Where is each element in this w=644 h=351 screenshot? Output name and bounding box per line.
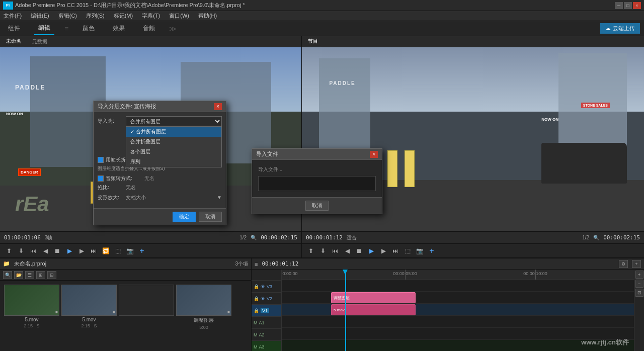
r-btn-play[interactable]: ▶ (366, 246, 376, 256)
v1-active-badge[interactable]: V1 (261, 308, 269, 313)
v3-track (282, 280, 634, 292)
track-v3-label: 🔒 👁 V3 (252, 281, 281, 293)
btn-play[interactable]: ▶ (64, 246, 74, 256)
playhead[interactable] (345, 270, 346, 351)
maximize-button[interactable]: □ (624, 2, 632, 9)
checkbox-audio[interactable] (98, 176, 104, 182)
btn-prev-clip[interactable]: ⏮ (28, 246, 38, 256)
opt-vis-sequence[interactable]: 序列 (126, 157, 221, 167)
import-as-select[interactable]: 合并所有图层 合并折叠图层 各个图层 序列 (126, 116, 222, 126)
timeline-zoom-out[interactable]: − (635, 280, 643, 288)
track-a3-label: M A3 (252, 341, 281, 351)
menu-marker[interactable]: 标记(M) (112, 12, 135, 20)
proj-new-folder[interactable]: 📂 (14, 271, 23, 279)
proj-list-view[interactable]: ☰ (25, 271, 34, 279)
timeline-panel: ≡ 00:00:01:12 ⚙ + 🔒 👁 V3 🔒 👁 V2 (252, 258, 644, 351)
menu-title[interactable]: 字幕(T) (140, 12, 162, 20)
v2-eye[interactable]: 👁 (261, 296, 265, 301)
btn-step-back[interactable]: ◀ (40, 246, 50, 256)
menu-window[interactable]: 窗口(W) (168, 12, 191, 20)
btn-stop[interactable]: ⏹ (52, 246, 62, 256)
a2-toggle[interactable]: M (254, 332, 258, 337)
import-as-label: 导入为: (98, 118, 123, 125)
btn-add[interactable]: + (137, 246, 147, 256)
clip-adjust-layer[interactable]: 调整图层 (331, 292, 416, 303)
btn-mark-in[interactable]: ⬆ (4, 246, 14, 256)
r-btn-add[interactable]: + (427, 246, 437, 256)
tab-editing[interactable]: 编辑 (34, 22, 54, 35)
v3-eye[interactable]: 👁 (261, 284, 265, 289)
proj-search-btn[interactable]: 🔍 (3, 271, 12, 279)
r-btn-mark-out[interactable]: ⬇ (318, 246, 328, 256)
right-timecode-info: 适合 (347, 234, 357, 241)
timeline-ruler: 00:00:00 00:00:05:00 00:00:10:00 (282, 270, 634, 280)
r-btn-step-back[interactable]: ◀ (342, 246, 352, 256)
import-file-area[interactable] (258, 176, 376, 191)
proj-freeform-view[interactable]: ⊟ (47, 271, 56, 279)
tab-metadata[interactable]: 元数据 (29, 37, 50, 46)
tab-effects[interactable]: 效果 (109, 22, 129, 35)
btn-safe-margin[interactable]: ⬚ (113, 246, 123, 256)
r-btn-export[interactable]: 📷 (415, 246, 425, 256)
thumb-3 (119, 285, 174, 316)
tab-color[interactable]: 颜色 (78, 22, 99, 35)
tab-source[interactable]: 未命名 (3, 37, 24, 46)
r-btn-step-fwd[interactable]: ▶ (378, 246, 388, 256)
a3-toggle[interactable]: M (254, 344, 258, 349)
tab-audio[interactable]: 音频 (139, 22, 159, 35)
menu-help[interactable]: 帮助(H) (197, 12, 218, 20)
now-sign-left: NOW ON (6, 112, 23, 116)
timeline-add-track-btn[interactable]: + (632, 260, 641, 268)
tab-program[interactable]: 节目 (305, 37, 321, 46)
close-button[interactable]: × (633, 2, 641, 9)
a2-name: A2 (259, 332, 265, 337)
dialog-file-close[interactable]: × (370, 151, 378, 158)
r-btn-safe[interactable]: ⬚ (403, 246, 413, 256)
menu-clip[interactable]: 剪辑(C) (57, 12, 78, 20)
media-item-3[interactable] (119, 285, 174, 330)
dialog-ok-btn[interactable]: 确定 (173, 212, 196, 222)
timeline-timecode[interactable]: 00:00:01:12 (262, 260, 298, 267)
left-fit: 1/2 (239, 235, 247, 240)
menu-edit[interactable]: 编辑(E) (29, 12, 51, 20)
v2-toggle[interactable]: 🔒 (254, 296, 259, 301)
dialog-layer-close[interactable]: × (214, 103, 222, 110)
dialog-cancel-btn[interactable]: 取消 (199, 212, 222, 222)
a1-toggle[interactable]: M (254, 320, 258, 325)
r-btn-next-clip[interactable]: ⏭ (390, 246, 400, 256)
proj-icon-view[interactable]: ⊞ (36, 271, 45, 279)
timeline-header: ≡ 00:00:01:12 ⚙ + (252, 258, 644, 270)
timeline-fit-btn[interactable]: ⊡ (635, 289, 643, 297)
clip-5mov[interactable]: 5.mov (331, 304, 416, 315)
opt-vis-merge-collapsed[interactable]: 合并折叠图层 (126, 137, 221, 147)
ratio-value: 无名 (126, 184, 136, 191)
btn-step-fwd[interactable]: ▶ (76, 246, 87, 256)
v3-toggle[interactable]: 🔒 (254, 284, 259, 289)
btn-loop[interactable]: 🔁 (101, 246, 111, 256)
dialog-file-cancel-btn[interactable]: 取消 (305, 201, 329, 211)
timeline-settings-btn[interactable]: ⚙ (619, 260, 628, 268)
workbench-button[interactable]: ☁ 云端上传 (600, 23, 640, 34)
timeline-zoom-in[interactable]: + (635, 271, 643, 279)
media-item-2[interactable]: ■ 5.mov 2:15 S (61, 285, 117, 330)
transform-arrow[interactable]: ▼ (217, 195, 222, 200)
r-btn-prev-clip[interactable]: ⏮ (330, 246, 340, 256)
app-logo: Pr (3, 2, 13, 10)
checkbox-frame-blend[interactable] (98, 157, 104, 163)
opt-vis-individual[interactable]: 各个图层 (126, 147, 221, 157)
r-btn-mark-in[interactable]: ⬆ (306, 246, 316, 256)
left-panel-tabs: 未命名 元数据 (0, 36, 301, 47)
v1-toggle[interactable]: 🔒 (254, 308, 259, 313)
r-btn-stop[interactable]: ⏹ (354, 246, 364, 256)
media-item-1[interactable]: ■ 5.mov 2:15 S (4, 285, 59, 330)
tab-assembly[interactable]: 组件 (4, 22, 24, 35)
media-item-4[interactable]: ■ 调整图层 5:00 (176, 285, 231, 330)
btn-next-clip[interactable]: ⏭ (89, 246, 99, 256)
btn-export-frame[interactable]: 📷 (125, 246, 135, 256)
menu-sequence[interactable]: 序列(S) (85, 12, 106, 20)
btn-mark-out[interactable]: ⬇ (16, 246, 26, 256)
opt-vis-merge-all[interactable]: ✓ 合并所有图层 (126, 127, 221, 137)
dialog-layer-title: 导入分层文件: 宣传海报 (98, 103, 156, 110)
menu-file[interactable]: 文件(F) (2, 12, 23, 20)
minimize-button[interactable]: ─ (615, 2, 623, 9)
